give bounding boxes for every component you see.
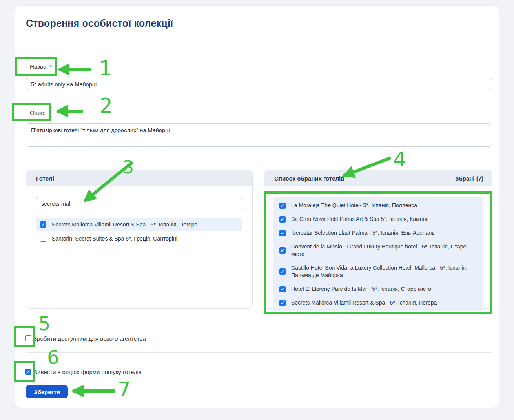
selected-panel-body: La Moraleja The Quiet Hotel- 5*. Іспанія…	[264, 197, 492, 311]
selected-hotel-row[interactable]: Hotel El Llorenç Parc de la Mar - 5*. Іс…	[273, 282, 483, 296]
description-input[interactable]: П’ятизіркові готелі "тільки для дорослих…	[26, 123, 492, 147]
create-collection-card: Створення особистої колекції Назва: * Оп…	[15, 5, 499, 408]
hotels-panel-title: Готелі	[36, 175, 54, 182]
selected-hotel-label: Sa Creu Nova Petit Palais Art & Spa 5*. …	[291, 215, 428, 223]
hotel-checkbox-unchecked[interactable]	[40, 236, 46, 242]
divider	[26, 54, 492, 54]
selected-hotel-label: Hotel El Llorenç Parc de la Mar - 5*. Іс…	[291, 285, 431, 293]
agency-checkbox-label: Зробити доступним для всього агентства	[33, 335, 146, 342]
selected-hotel-label: Convent de la Missio - Grand Luxury Bout…	[291, 243, 477, 258]
selected-panel-header: Список обраних готелів обрані (7)	[264, 170, 492, 186]
save-button[interactable]: Зберегти	[26, 385, 68, 398]
divider	[26, 317, 492, 317]
selected-hotel-row[interactable]: Sa Creu Nova Petit Palais Art & Spa 5*. …	[273, 212, 483, 226]
hotels-panel: Готелі Secrets Mallorca Villamil Resort …	[26, 170, 253, 309]
selected-hotels-panel: Список обраних готелів обрані (7) La Mor…	[264, 170, 492, 309]
search-form-checkbox-label: Вивести в опціях форми пошуку готелів	[33, 369, 142, 375]
selected-hotel-row[interactable]: Iberostar Selection Llaut Palma - 5*. Іс…	[273, 226, 483, 240]
selected-hotel-label: Iberostar Selection Llaut Palma - 5*. Іс…	[291, 229, 435, 237]
name-label: Назва: *	[30, 63, 52, 70]
selected-hotel-row[interactable]: La Moraleja The Quiet Hotel- 5*. Іспанія…	[273, 199, 483, 212]
hotels-panel-body: Secrets Mallorca Villamil Resort & Spa -…	[26, 197, 252, 245]
selected-hotel-label: La Moraleja The Quiet Hotel- 5*. Іспанія…	[291, 202, 417, 209]
hotel-result-label: Santorini Secret Suites & Spa 5*. Греція…	[52, 236, 177, 242]
divider	[26, 156, 492, 156]
selected-count-badge: обрані (7)	[455, 175, 483, 182]
selected-hotel-checkbox[interactable]	[279, 203, 286, 209]
divider	[26, 352, 492, 353]
hotels-panel-header: Готелі	[26, 170, 252, 186]
name-input[interactable]	[26, 78, 492, 91]
search-form-checkbox[interactable]	[25, 369, 31, 375]
selected-hotel-checkbox[interactable]	[279, 286, 286, 292]
selected-hotel-checkbox[interactable]	[279, 247, 286, 254]
hotel-result-label: Secrets Mallorca Villamil Resort & Spa -…	[52, 221, 197, 228]
selected-hotel-row[interactable]: Secrets Mallorca Villamil Resort & Spa -…	[273, 296, 483, 310]
description-label: Опис:	[30, 110, 46, 116]
selected-hotel-row[interactable]: Castillo Hotel Son Vida, a Luxury Collec…	[273, 261, 483, 282]
hotel-checkbox-checked[interactable]	[40, 221, 46, 228]
page-title: Створення особистої колекції	[26, 18, 173, 29]
hotel-result-row[interactable]: Santorini Secret Suites & Spa 5*. Греція…	[36, 232, 242, 245]
selected-panel-title: Список обраних готелів	[274, 175, 344, 182]
agency-checkbox[interactable]	[25, 335, 31, 341]
selected-hotel-checkbox[interactable]	[279, 230, 286, 236]
selected-hotel-row[interactable]: Convent de la Missio - Grand Luxury Bout…	[273, 240, 483, 261]
hotel-search-input[interactable]	[36, 197, 243, 210]
selected-hotel-checkbox[interactable]	[279, 216, 286, 223]
selected-hotel-checkbox[interactable]	[279, 300, 286, 306]
selected-hotel-label: Secrets Mallorca Villamil Resort & Spa -…	[291, 299, 437, 307]
hotel-result-row[interactable]: Secrets Mallorca Villamil Resort & Spa -…	[36, 218, 242, 231]
selected-hotel-checkbox[interactable]	[279, 268, 286, 275]
selected-hotel-label: Castillo Hotel Son Vida, a Luxury Collec…	[291, 264, 477, 279]
selected-hotels-list: La Moraleja The Quiet Hotel- 5*. Іспанія…	[273, 197, 483, 311]
